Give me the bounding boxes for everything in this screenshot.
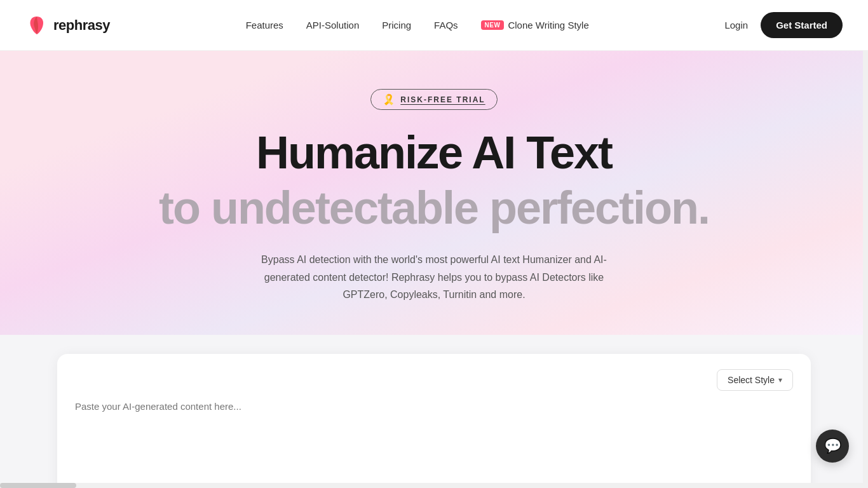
hscrollbar-track: [0, 483, 863, 488]
scrollbar-track: [863, 0, 868, 488]
nav-pricing[interactable]: Pricing: [382, 20, 411, 30]
content-textarea[interactable]: [75, 401, 793, 488]
risk-free-badge: 🎗️ RISK-FREE TRIAL: [370, 89, 497, 110]
login-link[interactable]: Login: [724, 20, 748, 30]
logo-icon: [25, 14, 48, 37]
risk-free-text: RISK-FREE TRIAL: [400, 95, 485, 104]
hero-title-sub: to undetectable perfection.: [159, 183, 709, 233]
clone-writing-style-label: Clone Writing Style: [508, 20, 588, 30]
nav-clone-writing-style[interactable]: NEW Clone Writing Style: [481, 20, 589, 30]
nav-links: Features API-Solution Pricing FAQs NEW C…: [246, 20, 589, 30]
hero-description: Bypass AI detection with the world's mos…: [250, 251, 618, 303]
ribbon-icon: 🎗️: [383, 93, 395, 105]
new-badge: NEW: [481, 20, 505, 30]
get-started-button[interactable]: Get Started: [761, 12, 843, 38]
hero-section: 🎗️ RISK-FREE TRIAL Humanize AI Text to u…: [0, 51, 868, 335]
nav-features[interactable]: Features: [246, 20, 283, 30]
nav-actions: Login Get Started: [724, 12, 843, 38]
nav-api-solution[interactable]: API-Solution: [306, 20, 359, 30]
chevron-down-icon: ▾: [778, 376, 782, 384]
logo-text: rephrasy: [53, 17, 110, 34]
hero-title-main: Humanize AI Text: [256, 128, 612, 178]
chat-button[interactable]: 💬: [816, 430, 849, 463]
hscrollbar-thumb[interactable]: [0, 483, 76, 488]
select-style-button[interactable]: Select Style ▾: [717, 369, 793, 391]
navbar: rephrasy Features API-Solution Pricing F…: [0, 0, 868, 51]
logo[interactable]: rephrasy: [25, 14, 110, 37]
chat-icon: 💬: [824, 438, 841, 454]
select-style-label: Select Style: [728, 375, 775, 385]
tool-card-header: Select Style ▾: [75, 369, 793, 391]
nav-faqs[interactable]: FAQs: [434, 20, 458, 30]
tool-section: Select Style ▾: [0, 335, 868, 488]
tool-card: Select Style ▾: [57, 354, 811, 488]
